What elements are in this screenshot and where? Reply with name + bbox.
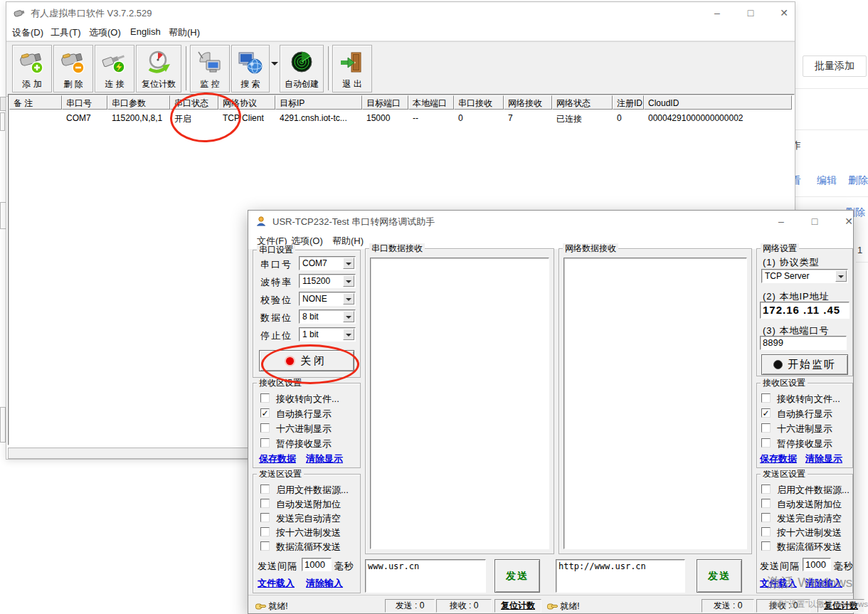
checkbox-pause-receive[interactable]: [761, 438, 771, 448]
minimize-button[interactable]: –: [707, 4, 727, 21]
checkbox-hex-display[interactable]: [260, 423, 270, 433]
chevron-down-icon[interactable]: [343, 293, 354, 305]
col-cloud-id[interactable]: CloudID: [644, 95, 792, 110]
clear-display-link[interactable]: 清除显示: [306, 452, 343, 465]
network-send-input[interactable]: http://www.usr.cn: [556, 559, 685, 593]
checkbox-receive-to-file[interactable]: [260, 393, 270, 403]
checkbox-auto-newline[interactable]: ✓: [761, 408, 771, 418]
exit-button[interactable]: 退 出: [332, 45, 372, 92]
save-data-link[interactable]: 保存数据: [760, 452, 797, 465]
data-bits-select[interactable]: 8 bit: [299, 309, 356, 324]
menu-options[interactable]: 选项(O): [89, 26, 121, 39]
page-number[interactable]: 1: [857, 245, 862, 255]
add-device-icon: [18, 46, 46, 80]
edit-link[interactable]: 编辑: [817, 174, 837, 187]
serial-send-input[interactable]: www.usr.cn: [365, 559, 486, 593]
col-serial-rx[interactable]: 串口接收: [454, 95, 504, 110]
connect-button[interactable]: 连 接: [95, 45, 134, 92]
stop-bits-select[interactable]: 1 bit: [299, 327, 356, 342]
parity-select[interactable]: NONE: [299, 292, 356, 306]
activate-windows-watermark-line2: 转到“设置”以激活 Windows。: [770, 599, 868, 610]
desktop: 批量添加 作 看 编辑 删除 删除 1 有人虚拟串口软件 V3.7.2.529 …: [0, 0, 868, 614]
checkbox-send-as-hex[interactable]: [260, 527, 270, 536]
maximize-button[interactable]: □: [741, 4, 761, 21]
menu-help[interactable]: 帮助(H): [332, 235, 364, 248]
send-interval-input[interactable]: 1000: [302, 558, 332, 571]
clear-input-link[interactable]: 清除输入: [306, 577, 343, 590]
load-file-link[interactable]: 文件载入: [258, 577, 295, 590]
vcom-titlebar[interactable]: 有人虚拟串口软件 V3.7.2.529 – □ ✕: [6, 2, 795, 23]
minimize-button[interactable]: –: [771, 213, 791, 230]
tcp232-test-window: USR-TCP232-Test 串口转网络调试助手 – □ ✕ 文件(F) 选项…: [248, 210, 854, 614]
close-button[interactable]: ✕: [839, 213, 859, 230]
close-button[interactable]: ✕: [774, 4, 794, 21]
checkbox-auto-newline[interactable]: ✓: [260, 408, 270, 418]
batch-add-button[interactable]: 批量添加: [803, 55, 867, 77]
col-serial-params[interactable]: 串口参数: [107, 95, 170, 110]
search-dropdown-arrow-icon[interactable]: [271, 62, 278, 69]
network-receive-textarea[interactable]: [563, 258, 747, 549]
menu-help[interactable]: 帮助(H): [169, 26, 200, 39]
cell-com-port: COM7: [66, 113, 91, 123]
cell-serial-rx: 0: [458, 113, 463, 123]
send-interval-input[interactable]: 1000: [803, 558, 831, 571]
chevron-down-icon[interactable]: [343, 275, 354, 287]
checkbox-hex-display[interactable]: [761, 423, 771, 433]
menu-english[interactable]: English: [130, 26, 161, 37]
serial-send-button[interactable]: 发送: [494, 559, 540, 593]
network-send-button[interactable]: 发送: [697, 559, 742, 593]
serial-data-receive-group: 串口数据接收: [365, 248, 554, 554]
baud-rate-select[interactable]: 115200: [299, 274, 356, 288]
search-button[interactable]: 搜 索: [231, 45, 270, 92]
receive-settings-group-left: 接收区设置 接收转向文件... ✓自动换行显示 十六进制显示 暂停接收显示 保存…: [253, 383, 361, 468]
col-net-rx[interactable]: 网络接收: [504, 95, 552, 110]
checkbox-auto-send-addon[interactable]: [761, 499, 771, 508]
monitor-button[interactable]: 监 控: [190, 45, 230, 92]
protocol-select[interactable]: TCP Server: [761, 269, 848, 283]
menu-device[interactable]: 设备(D): [12, 26, 43, 39]
checkbox-clear-after-send[interactable]: [260, 513, 270, 522]
maximize-button[interactable]: □: [805, 213, 825, 230]
chevron-down-icon[interactable]: [343, 258, 354, 269]
local-ip-input[interactable]: 172.16 .11 .45: [760, 302, 850, 319]
reset-counter-icon: [145, 46, 172, 80]
menu-options[interactable]: 选项(O): [291, 235, 323, 248]
send-settings-group-left: 发送区设置 启用文件数据源... 自动发送附加位 发送完自动清空 按十六进制发送…: [253, 474, 361, 593]
start-listen-button[interactable]: 开始监听: [761, 354, 848, 375]
col-com-port[interactable]: 串口号: [62, 95, 107, 110]
col-reg-id[interactable]: 注册ID: [613, 95, 644, 110]
col-local-port[interactable]: 本地端口: [408, 95, 454, 110]
col-target-ip[interactable]: 目标IP: [275, 95, 362, 110]
clear-display-link[interactable]: 清除显示: [805, 452, 842, 465]
chevron-down-icon[interactable]: [835, 270, 847, 282]
auto-create-button[interactable]: 自动创建: [280, 45, 324, 92]
checkbox-loop-send[interactable]: [260, 541, 270, 551]
col-remark[interactable]: 备 注: [9, 95, 62, 110]
com-port-select[interactable]: COM7: [299, 256, 356, 270]
checkbox-file-data-source[interactable]: [761, 485, 771, 494]
serial-reset-count-button[interactable]: 复位计数: [494, 599, 541, 613]
delete-link[interactable]: 删除: [848, 174, 868, 187]
checkbox-auto-send-addon[interactable]: [260, 499, 270, 508]
checkbox-receive-to-file[interactable]: [761, 393, 771, 403]
delete-button[interactable]: 删 除: [53, 45, 93, 92]
menu-tools[interactable]: 工具(T): [51, 26, 81, 39]
serial-receive-textarea[interactable]: [370, 258, 549, 549]
col-target-port[interactable]: 目标端口: [362, 95, 408, 110]
test-titlebar[interactable]: USR-TCP232-Test 串口转网络调试助手 – □ ✕: [248, 211, 853, 232]
col-net-state[interactable]: 网络状态: [552, 95, 613, 110]
activate-windows-watermark: 激活 Windows: [767, 573, 852, 592]
checkbox-loop-send[interactable]: [761, 541, 771, 551]
checkbox-send-as-hex[interactable]: [761, 527, 771, 536]
chevron-down-icon[interactable]: [343, 329, 354, 340]
batch-add-label: 批量添加: [815, 60, 854, 73]
reset-count-button[interactable]: 复位计数: [136, 45, 181, 92]
add-button[interactable]: 添 加: [12, 45, 52, 92]
local-port-input[interactable]: 8899: [760, 336, 847, 350]
checkbox-file-data-source[interactable]: [260, 485, 270, 494]
save-data-link[interactable]: 保存数据: [259, 452, 296, 465]
checkbox-pause-receive[interactable]: [260, 438, 270, 448]
chevron-down-icon[interactable]: [343, 311, 354, 322]
group-title: 接收区设置: [761, 378, 808, 388]
checkbox-clear-after-send[interactable]: [761, 513, 771, 522]
